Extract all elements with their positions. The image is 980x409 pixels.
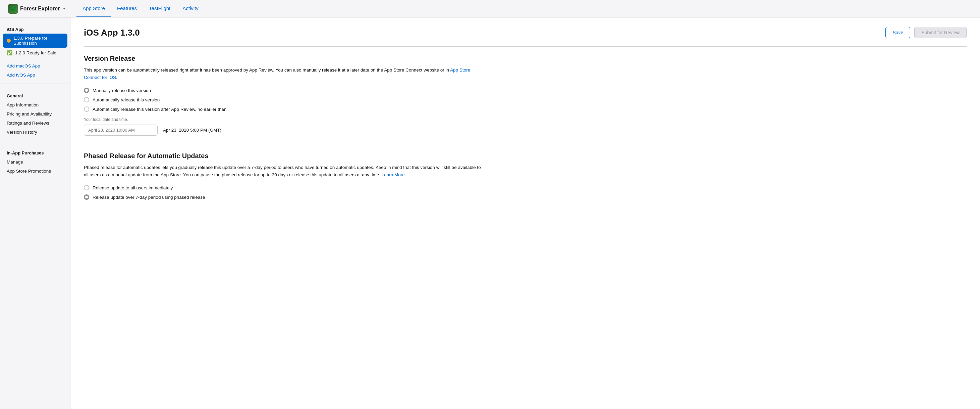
version-release-section: Version Release This app version can be …	[84, 55, 967, 136]
sidebar-item-label: Manage	[7, 160, 23, 165]
phased-release-description: Phased release for automatic updates let…	[84, 164, 486, 178]
sidebar-item-label: 1.3.0 Prepare for Submission	[13, 35, 65, 46]
page-header: iOS App 1.3.0 Save Submit for Review	[84, 27, 967, 38]
sidebar-item-version-130[interactable]: 1.3.0 Prepare for Submission	[3, 34, 67, 48]
add-tvos-app-link[interactable]: Add tvOS App	[0, 70, 70, 80]
nav-tabs: App Store Features TestFlight Activity	[76, 0, 205, 17]
radio-all-users[interactable]: Release update to all users immediately	[84, 185, 967, 190]
version-release-title: Version Release	[84, 55, 967, 62]
tab-activity[interactable]: Activity	[177, 0, 205, 17]
save-button[interactable]: Save	[885, 27, 910, 38]
radio-all-users-label: Release update to all users immediately	[92, 185, 173, 190]
sidebar-item-app-information[interactable]: App Information	[0, 101, 70, 109]
phased-release-radio-group: Release update to all users immediately …	[84, 185, 967, 200]
top-navigation: 🌲 Forest Explorer ▼ App Store Features T…	[0, 0, 980, 18]
sidebar-item-version-history[interactable]: Version History	[0, 128, 70, 137]
radio-all-users-icon	[84, 185, 89, 190]
phased-release-title: Phased Release for Automatic Updates	[84, 152, 967, 160]
sidebar-item-manage[interactable]: Manage	[0, 158, 70, 166]
radio-manual-label: Manually release this version	[92, 88, 151, 93]
status-green-check-icon: ✅	[7, 50, 13, 55]
radio-auto-after-label: Automatically release this version after…	[92, 107, 226, 112]
in-app-purchases-header: In-App Purchases	[0, 145, 70, 158]
general-section-header: General	[0, 88, 70, 101]
tab-features[interactable]: Features	[111, 0, 143, 17]
sidebar-item-version-120[interactable]: ✅ 1.2.0 Ready for Sale	[0, 48, 70, 58]
page-title: iOS App 1.3.0	[84, 27, 140, 38]
tab-app-store[interactable]: App Store	[76, 0, 111, 17]
phased-release-section: Phased Release for Automatic Updates Pha…	[84, 152, 967, 200]
date-input[interactable]	[84, 125, 158, 136]
add-macos-app-link[interactable]: Add macOS App	[0, 61, 70, 70]
version-release-radio-group: Manually release this version Automatica…	[84, 88, 967, 112]
app-logo[interactable]: 🌲 Forest Explorer ▼	[8, 4, 66, 14]
sidebar-item-label: Ratings and Reviews	[7, 121, 49, 126]
sidebar-item-label: Pricing and Availability	[7, 112, 52, 117]
middle-divider	[84, 144, 967, 144]
version-release-description: This app version can be automatically re…	[84, 67, 486, 81]
sidebar-item-promotions[interactable]: App Store Promotions	[0, 166, 70, 176]
radio-phased-icon	[84, 195, 89, 200]
sidebar: iOS App 1.3.0 Prepare for Submission ✅ 1…	[0, 18, 70, 409]
main-layout: iOS App 1.3.0 Prepare for Submission ✅ 1…	[0, 18, 980, 409]
sidebar-item-label: App Information	[7, 102, 38, 107]
chevron-down-icon: ▼	[62, 7, 66, 10]
learn-more-link[interactable]: Learn More	[382, 172, 405, 177]
radio-phased-label: Release update over 7-day period using p…	[92, 195, 205, 200]
status-yellow-dot	[7, 38, 11, 43]
sidebar-item-pricing[interactable]: Pricing and Availability	[0, 109, 70, 118]
radio-auto-after-release[interactable]: Automatically release this version after…	[84, 107, 967, 112]
date-time-label: Your local date and time.	[84, 117, 967, 122]
date-time-row: Apr 23, 2020 5:00 PM (GMT)	[84, 125, 967, 136]
radio-auto-release[interactable]: Automatically release this version	[84, 97, 967, 102]
header-divider	[84, 46, 967, 47]
sidebar-item-ratings[interactable]: Ratings and Reviews	[0, 118, 70, 128]
submit-for-review-button[interactable]: Submit for Review	[914, 27, 967, 38]
radio-auto-after-icon	[84, 107, 89, 112]
main-content: iOS App 1.3.0 Save Submit for Review Ver…	[70, 18, 980, 409]
app-icon: 🌲	[8, 4, 18, 14]
radio-manual-release[interactable]: Manually release this version	[84, 88, 967, 93]
sidebar-item-label: Version History	[7, 129, 37, 135]
ios-app-section-label: iOS App	[0, 24, 70, 33]
sidebar-item-label: App Store Promotions	[7, 169, 51, 174]
sidebar-divider-2	[0, 141, 70, 141]
radio-manual-icon	[84, 88, 89, 93]
date-gmt-display: Apr 23, 2020 5:00 PM (GMT)	[163, 128, 221, 133]
sidebar-item-label: 1.2.0 Ready for Sale	[15, 50, 56, 55]
radio-auto-label: Automatically release this version	[92, 97, 160, 102]
header-actions: Save Submit for Review	[885, 27, 967, 38]
app-name: Forest Explorer	[20, 6, 60, 12]
tab-testflight[interactable]: TestFlight	[143, 0, 177, 17]
radio-phased[interactable]: Release update over 7-day period using p…	[84, 195, 967, 200]
radio-auto-icon	[84, 97, 89, 102]
